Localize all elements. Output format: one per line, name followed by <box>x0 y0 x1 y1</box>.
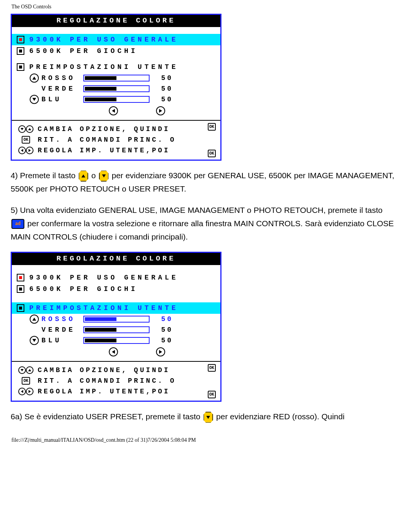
ok-icon: OK <box>208 150 216 157</box>
arrow-right-icon <box>26 147 33 154</box>
blue-slider[interactable] <box>83 96 150 103</box>
green-slider[interactable] <box>83 326 150 333</box>
page-header: The OSD Controls <box>0 0 411 10</box>
green-value: 50 <box>154 326 173 334</box>
page-footer: file:///Z|/multi_manual/ITALIAN/OSD/osd_… <box>0 423 411 449</box>
osd-panel-1: REGOLAZIONE COLORE 9300K PER USO GENERAL… <box>11 14 221 161</box>
arrow-down-icon[interactable] <box>30 95 39 104</box>
instruction-step-5: 5) Una volta evidenziato GENERAL USE, IM… <box>0 195 411 243</box>
instruction-step-4: 4) Premete il tasto o per evidenziare 93… <box>0 161 411 195</box>
red-value: 50 <box>154 74 173 82</box>
text: 6a) Se è evidenziato USER PRESET, premet… <box>11 412 200 421</box>
red-label: ROSSO <box>41 315 83 323</box>
text: 4) Premete il tasto <box>11 171 75 180</box>
footer-line-1: CAMBIA OPZIONE, QUINDI <box>36 366 170 374</box>
arrow-up-icon[interactable] <box>30 73 39 83</box>
arrow-right-icon[interactable] <box>156 106 165 115</box>
blue-label: BLU <box>41 337 83 344</box>
arrow-left-icon <box>18 147 26 154</box>
ok-icon: OK <box>208 391 216 398</box>
footer-line-2: RIT. A COMANDI PRINC. O <box>36 377 176 385</box>
ok-icon: OK <box>22 377 30 385</box>
user-preset-label: PREIMPOSTAZIONI UTENTE <box>25 63 178 71</box>
panel2-footer: CAMBIA OPZIONE, QUINDI OK OK RIT. A COMA… <box>12 361 220 401</box>
button-up-icon <box>78 171 88 181</box>
option-9300k[interactable]: 9300K PER USO GENERALE <box>12 34 220 45</box>
panel1-title: REGOLAZIONE COLORE <box>12 15 220 27</box>
option-user-preset[interactable]: PREIMPOSTAZIONI UTENTE <box>12 61 220 73</box>
footer-line-3: REGOLA IMP. UTENTE,POI <box>36 388 170 395</box>
red-slider[interactable] <box>83 75 150 81</box>
radio-selected-icon <box>16 274 25 281</box>
arrow-right-icon[interactable] <box>156 347 165 356</box>
ok-icon: OK <box>208 364 216 372</box>
arrow-down-icon[interactable] <box>30 336 39 345</box>
arrow-left-icon <box>18 388 26 395</box>
arrow-up-icon <box>26 366 33 374</box>
option-9300k-label: 9300K PER USO GENERALE <box>25 274 178 281</box>
arrow-up-icon <box>26 125 33 133</box>
arrow-left-icon[interactable] <box>109 106 118 115</box>
button-down-icon <box>99 171 109 181</box>
option-6500k[interactable]: 6500K PER GIOCHI <box>12 283 220 295</box>
radio-unselected-icon <box>16 304 25 312</box>
rgb-green-row: VERDE 50 <box>12 324 220 335</box>
ok-icon: OK <box>22 136 30 144</box>
instruction-step-6a: 6a) Se è evidenziato USER PRESET, premet… <box>0 402 411 423</box>
green-label: VERDE <box>41 85 83 93</box>
option-9300k[interactable]: 9300K PER USO GENERALE <box>12 272 220 283</box>
blue-value: 50 <box>154 337 173 344</box>
red-slider[interactable] <box>83 316 150 323</box>
rgb-blue-row: BLU 50 <box>12 335 220 346</box>
red-value: 50 <box>154 315 173 323</box>
option-9300k-label: 9300K PER USO GENERALE <box>25 36 178 43</box>
option-user-preset[interactable]: PREIMPOSTAZIONI UTENTE <box>12 302 220 314</box>
rgb-green-row: VERDE 50 <box>12 83 220 94</box>
rgb-red-row: ROSSO 50 <box>12 314 220 324</box>
rgb-red-row: ROSSO 50 <box>12 73 220 83</box>
option-6500k[interactable]: 6500K PER GIOCHI <box>12 45 220 57</box>
blue-label: BLU <box>41 96 83 103</box>
ok-icon: OK <box>208 123 216 131</box>
option-6500k-label: 6500K PER GIOCHI <box>25 285 138 293</box>
footer-line-1: CAMBIA OPZIONE, QUINDI <box>36 125 170 133</box>
blue-slider[interactable] <box>83 337 150 344</box>
green-label: VERDE <box>41 326 83 334</box>
blue-value: 50 <box>154 96 173 103</box>
arrow-down-icon <box>18 366 26 374</box>
radio-unselected-icon <box>16 285 25 293</box>
arrow-up-icon[interactable] <box>30 315 39 324</box>
green-value: 50 <box>154 85 173 93</box>
footer-line-2: RIT. A COMANDI PRINC. O <box>36 136 176 144</box>
red-label: ROSSO <box>41 74 83 82</box>
button-down-icon <box>203 412 213 422</box>
text: o <box>91 171 96 180</box>
footer-line-3: REGOLA IMP. UTENTE,POI <box>36 147 170 154</box>
green-slider[interactable] <box>83 85 150 92</box>
option-6500k-label: 6500K PER GIOCHI <box>25 47 138 55</box>
arrow-down-icon <box>18 125 26 133</box>
panel1-footer: CAMBIA OPZIONE, QUINDI OK OK RIT. A COMA… <box>12 120 220 160</box>
text: per evidenziare RED (rosso). Quindi <box>216 412 344 421</box>
radio-selected-icon <box>16 36 25 43</box>
radio-unselected-icon <box>16 63 25 71</box>
text: 5) Una volta evidenziato GENERAL USE, IM… <box>11 206 382 214</box>
user-preset-label: PREIMPOSTAZIONI UTENTE <box>25 304 178 312</box>
radio-unselected-icon <box>16 47 25 55</box>
osd-panel-2: REGOLAZIONE COLORE 9300K PER USO GENERAL… <box>11 252 221 402</box>
rgb-blue-row: BLU 50 <box>12 94 220 105</box>
panel2-title: REGOLAZIONE COLORE <box>12 253 220 265</box>
arrow-right-icon <box>26 388 33 395</box>
arrow-left-icon[interactable] <box>109 347 118 356</box>
button-ok-icon: ad <box>11 219 24 229</box>
text: per confermare la vostra selezione e rit… <box>11 219 394 241</box>
